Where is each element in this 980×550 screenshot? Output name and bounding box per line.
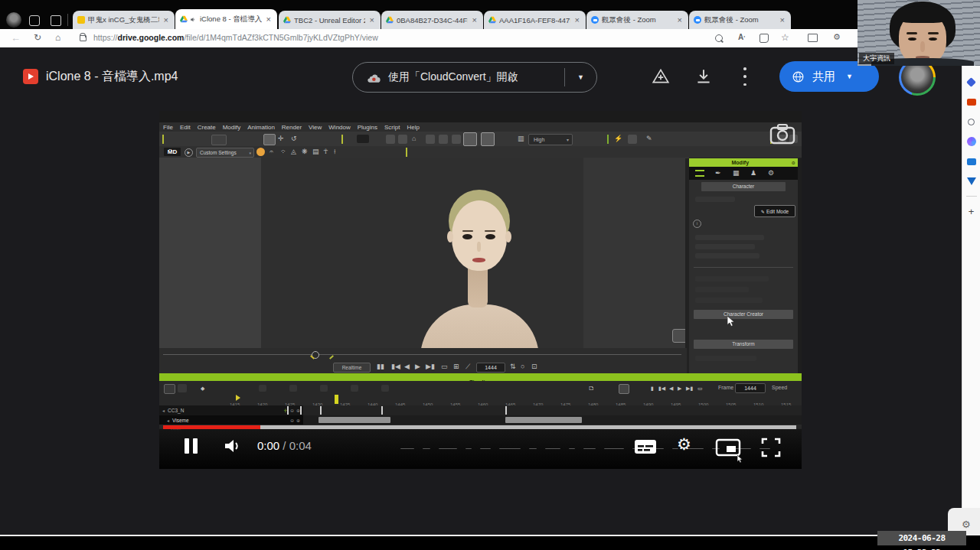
open-with-chevron-icon[interactable]: ▼ (577, 73, 584, 81)
back-icon[interactable]: ← (11, 32, 21, 44)
timeline-menu-icon[interactable] (164, 384, 175, 394)
edit-mode-button[interactable]: ✎ Edit Mode (754, 205, 795, 217)
iclone-menu-create[interactable]: Create (198, 124, 216, 131)
iclone-menu-script[interactable]: Script (384, 124, 400, 131)
refresh-icon[interactable]: ↻ (34, 32, 41, 43)
extensions-icon[interactable] (29, 15, 40, 26)
tab-avatar-icon[interactable]: ♟ (750, 170, 756, 177)
render-icon[interactable]: ▥ (518, 135, 524, 142)
zoom-settings-gear-icon[interactable]: ⚙ (962, 519, 971, 530)
tl-prev-icon[interactable]: ◀ (669, 385, 673, 392)
timeline-export-icon[interactable] (619, 384, 629, 394)
tab-close-icon[interactable]: × (471, 15, 479, 24)
tool-icon[interactable]: ▤ (312, 148, 319, 155)
select-tool-icon[interactable] (263, 134, 276, 145)
tab-material-icon[interactable]: ▦ (733, 170, 740, 177)
tl-pause-icon[interactable]: ▮ (651, 385, 654, 392)
more-options-icon[interactable] (740, 67, 750, 86)
tool-icon[interactable]: ❋ (302, 148, 308, 155)
player-settings-icon[interactable]: ⚙ (677, 435, 691, 454)
tab-attributes-icon[interactable] (695, 170, 704, 177)
timeline-icon[interactable] (320, 385, 328, 392)
url-bar[interactable]: https://drive.google.com/file/d/1M4qmTdA… (93, 33, 378, 42)
iclone-menu-modify[interactable]: Modify (223, 124, 241, 131)
iclone-menu-window[interactable]: Window (328, 124, 350, 131)
miniplayer-icon[interactable] (715, 438, 741, 457)
pause-transport-icon[interactable]: ▮▮ (377, 363, 384, 370)
home-view-icon[interactable]: ⌂ (412, 135, 416, 142)
tab-close-icon[interactable]: × (779, 15, 786, 24)
timeline-track-cc3[interactable]: ◂ CC3_N ☥ ⊖ ⊕ (159, 405, 802, 415)
prev-frame-icon[interactable]: ◀ (404, 363, 410, 370)
video-player[interactable]: FileEditCreateModifyAnimationRenderViewW… (159, 111, 802, 469)
camera-snapshot-icon[interactable] (769, 123, 795, 145)
toolbar-icon[interactable] (628, 135, 637, 144)
tab-physics-icon[interactable]: ⚙ (768, 170, 774, 177)
people-contacts-icon[interactable] (962, 112, 980, 132)
character-pose-icon[interactable]: ☥ (323, 148, 328, 155)
timeline-track-viseme[interactable]: ◂ Viseme ⊖ ⊕ (159, 415, 802, 425)
playback-slider-track[interactable] (163, 354, 681, 355)
ruler-playhead[interactable] (335, 395, 338, 404)
play-clip-icon[interactable] (481, 132, 495, 146)
loop-icon[interactable]: ○ (521, 363, 524, 370)
home-icon[interactable]: ⌂ (55, 32, 60, 43)
iclone-viewport[interactable] (261, 158, 583, 348)
move-tool-icon[interactable]: ✛ (278, 135, 284, 142)
timeline-key-icon[interactable]: ◆ (201, 385, 204, 392)
toolbar-icon[interactable] (452, 135, 461, 144)
tl-last-icon[interactable]: ▶▮ (686, 385, 693, 392)
browser-settings-icon[interactable]: ⚙ (833, 32, 841, 42)
pause-button-bar2[interactable] (193, 438, 198, 454)
timeline-icon[interactable] (289, 385, 297, 392)
fullscreen-icon[interactable] (761, 438, 781, 457)
copilot-icon[interactable] (962, 132, 980, 151)
avatar-tool-icon[interactable] (256, 148, 265, 156)
toolbar-icon[interactable] (386, 135, 395, 144)
tab-close-icon[interactable]: × (573, 15, 581, 24)
scene-icon[interactable] (211, 135, 227, 145)
share-button[interactable]: 共用 ▼ (779, 61, 879, 92)
quality-dropdown[interactable]: High ▾ (528, 134, 573, 145)
last-frame-icon[interactable]: ▶▮ (426, 363, 435, 370)
tab-file-0ba8[interactable]: 0BA84B27-D34C-44FB-A4CD × (381, 11, 483, 29)
loop-range-icon[interactable]: ▭ (441, 363, 448, 370)
iclone-menu-file[interactable]: File (163, 124, 173, 131)
subtitles-icon[interactable] (634, 439, 657, 454)
play-preset-icon[interactable]: ▶ (185, 148, 193, 157)
tab-folder[interactable]: 甲鬼x inCG_女鬼橋二釋魂路 × (73, 11, 175, 29)
browser-profile-avatar[interactable] (6, 12, 21, 28)
track-minus-icon[interactable]: ⊖ (290, 418, 294, 423)
grid-snap-icon[interactable]: ⊞ (453, 363, 459, 370)
viseme-clip[interactable] (505, 417, 582, 423)
iclone-menu-plugins[interactable]: Plugins (358, 124, 377, 131)
collections-icon[interactable] (808, 34, 818, 42)
custom-settings-dropdown[interactable]: Custom Settings ▾ (196, 148, 254, 158)
toolbar-icon[interactable] (426, 135, 435, 144)
tl-range-icon[interactable]: ▭ (697, 385, 703, 392)
timeline-track-icon[interactable] (178, 384, 187, 392)
modify-header[interactable]: Modify ⚙ (689, 158, 798, 167)
tl-first-icon[interactable]: ▮◀ (658, 385, 665, 392)
webcam-tile[interactable]: 大宇資訊 (858, 0, 980, 66)
tl-play-icon[interactable]: ▶ (678, 385, 681, 392)
timeline-ruler[interactable]: 1415142014251430143514401445145014551460… (230, 395, 800, 405)
tab-tbc2[interactable]: TBC2 - Unreal Editor 2024-06 × (279, 11, 381, 29)
character-section-header[interactable]: Character (701, 182, 786, 191)
edit-pen-icon[interactable]: ✎ (646, 135, 652, 142)
speed-ramp-icon[interactable]: ⟋ (466, 363, 470, 370)
w-kite-icon[interactable] (962, 171, 980, 191)
stepper-icon[interactable]: ⇅ (510, 363, 516, 370)
translate-icon[interactable] (760, 34, 769, 43)
tool-icon[interactable]: ◬ (291, 148, 296, 155)
timeline-title-bar[interactable]: Timeline (159, 373, 802, 381)
tab-pin-icon[interactable]: ✒ (715, 170, 721, 177)
tab-close-icon[interactable]: × (368, 15, 376, 24)
iclone-menu-render[interactable]: Render (282, 124, 302, 131)
share-chevron-icon[interactable]: ▼ (846, 73, 853, 80)
shopping-tag-icon[interactable] (962, 72, 980, 92)
walk-tool-icon[interactable]: ⟊ (334, 148, 335, 155)
read-aloud-icon[interactable]: Aʼ (738, 33, 745, 41)
character-creator-button[interactable]: Character Creator (694, 310, 793, 319)
range-marker-right[interactable] (329, 355, 334, 359)
